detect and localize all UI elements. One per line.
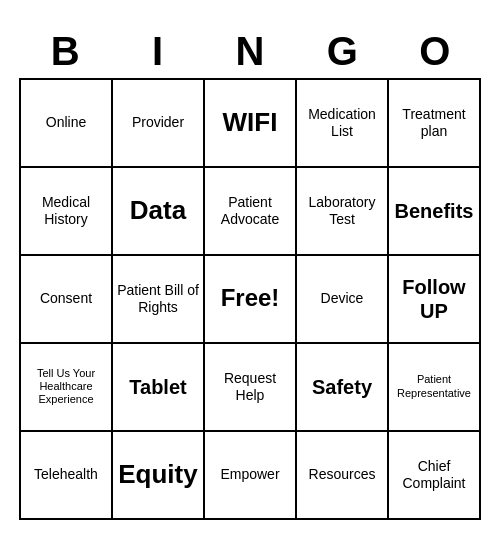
bingo-cell: Online bbox=[21, 80, 113, 168]
bingo-cell: Request Help bbox=[205, 344, 297, 432]
bingo-cell: Tablet bbox=[113, 344, 205, 432]
bingo-cell: Data bbox=[113, 168, 205, 256]
bingo-cell: Patient Bill of Rights bbox=[113, 256, 205, 344]
bingo-cell: Device bbox=[297, 256, 389, 344]
bingo-cell: Consent bbox=[21, 256, 113, 344]
bingo-header: BINGO bbox=[19, 25, 481, 78]
bingo-cell: Telehealth bbox=[21, 432, 113, 520]
header-letter: B bbox=[19, 25, 111, 78]
bingo-cell: Free! bbox=[205, 256, 297, 344]
bingo-cell: Patient Representative bbox=[389, 344, 481, 432]
header-letter: N bbox=[204, 25, 296, 78]
bingo-grid: OnlineProviderWIFIMedication ListTreatme… bbox=[19, 78, 481, 520]
bingo-cell: Follow UP bbox=[389, 256, 481, 344]
bingo-cell: Benefits bbox=[389, 168, 481, 256]
header-letter: I bbox=[111, 25, 203, 78]
header-letter: G bbox=[296, 25, 388, 78]
bingo-cell: Provider bbox=[113, 80, 205, 168]
bingo-cell: Laboratory Test bbox=[297, 168, 389, 256]
bingo-cell: Tell Us Your Healthcare Experience bbox=[21, 344, 113, 432]
bingo-card: BINGO OnlineProviderWIFIMedication ListT… bbox=[15, 21, 485, 524]
bingo-cell: Treatment plan bbox=[389, 80, 481, 168]
bingo-cell: Medication List bbox=[297, 80, 389, 168]
bingo-cell: Patient Advocate bbox=[205, 168, 297, 256]
bingo-cell: Equity bbox=[113, 432, 205, 520]
bingo-cell: Empower bbox=[205, 432, 297, 520]
bingo-cell: Resources bbox=[297, 432, 389, 520]
header-letter: O bbox=[389, 25, 481, 78]
bingo-cell: WIFI bbox=[205, 80, 297, 168]
bingo-cell: Safety bbox=[297, 344, 389, 432]
bingo-cell: Medical History bbox=[21, 168, 113, 256]
bingo-cell: Chief Complaint bbox=[389, 432, 481, 520]
